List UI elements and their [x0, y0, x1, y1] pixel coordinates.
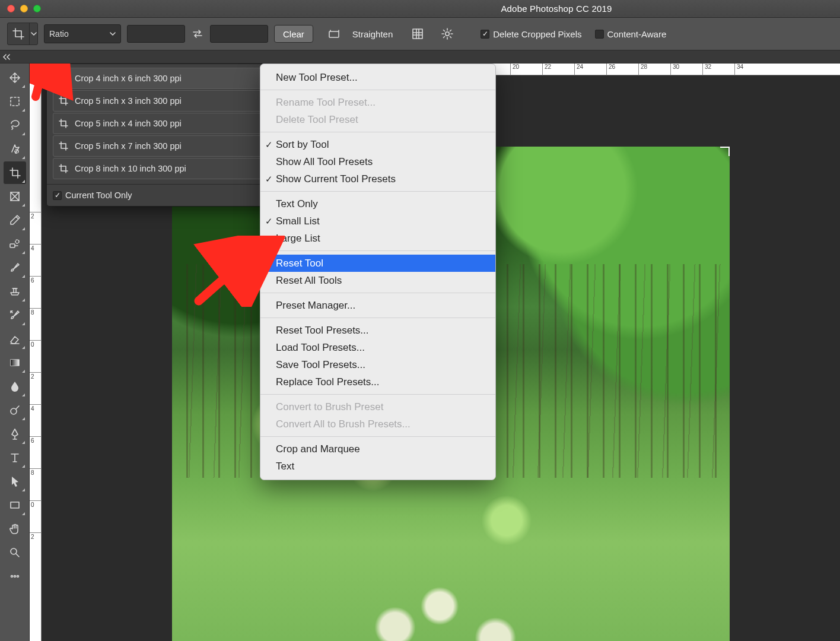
menu-item[interactable]: Text Only: [260, 195, 495, 212]
gradient-tool[interactable]: [4, 351, 26, 374]
ruler-origin[interactable]: [30, 64, 42, 75]
ruler-tick: 30: [670, 64, 679, 75]
ruler-tick: 32: [702, 64, 711, 75]
checkbox-icon: [53, 191, 62, 200]
checkbox-icon: [595, 30, 604, 39]
ruler-tick: 0: [30, 340, 41, 348]
crop-preset-item[interactable]: Crop 8 inch x 10 inch 300 ppi: [53, 158, 272, 179]
ruler-tick: 8: [30, 468, 41, 476]
menu-item[interactable]: Reset Tool: [260, 255, 495, 272]
overlay-options-icon[interactable]: [409, 26, 426, 42]
menu-item[interactable]: Small List: [260, 212, 495, 230]
content-aware-checkbox[interactable]: Content-Aware: [595, 29, 667, 39]
menu-item[interactable]: Sort by Tool: [260, 136, 495, 153]
dodge-tool[interactable]: [4, 399, 26, 421]
svg-point-2: [446, 32, 449, 36]
document-area[interactable]: 2022242628303234 24680246802 Crop 4 inch…: [30, 64, 840, 641]
hand-tool[interactable]: [4, 518, 26, 540]
menu-item[interactable]: Reset Tool Presets...: [260, 322, 495, 339]
menu-item[interactable]: Preset Manager...: [260, 297, 495, 314]
ruler-tick: 22: [542, 64, 551, 75]
ruler-vertical[interactable]: 24680246802: [30, 75, 42, 641]
window-titlebar: Adobe Photoshop CC 2019: [0, 0, 840, 18]
history-brush-tool[interactable]: [4, 304, 26, 326]
menu-item[interactable]: Save Tool Presets...: [260, 356, 495, 373]
straighten-icon[interactable]: [326, 26, 343, 42]
crop-aspect-mode-select[interactable]: Ratio: [44, 24, 121, 43]
eyedropper-tool[interactable]: [4, 209, 26, 231]
swap-dimensions-button[interactable]: [191, 27, 204, 40]
crop-handle-top-right[interactable]: [720, 147, 730, 156]
crop-preset-item[interactable]: Crop 5 inch x 4 inch 300 ppi: [53, 113, 272, 134]
eraser-tool[interactable]: [4, 328, 26, 350]
svg-rect-1: [413, 29, 422, 39]
delete-cropped-checkbox[interactable]: Delete Cropped Pixels: [481, 29, 581, 39]
crop-preset-item[interactable]: Crop 5 inch x 3 inch 300 ppi: [53, 90, 272, 112]
tool-preset-picker[interactable]: [7, 23, 38, 45]
menu-item[interactable]: Show Current Tool Presets: [260, 170, 495, 188]
close-window-button[interactable]: [7, 5, 15, 12]
menu-item[interactable]: Reset All Tools: [260, 272, 495, 289]
spot-healing-brush-tool[interactable]: [4, 233, 26, 255]
crop-settings-gear-icon[interactable]: [439, 26, 456, 42]
ruler-tick: 6: [30, 436, 41, 444]
ruler-tick: 28: [638, 64, 647, 75]
crop-width-input[interactable]: [127, 25, 185, 43]
maximize-window-button[interactable]: [33, 5, 41, 12]
tool-preset-panel: Crop 4 inch x 6 inch 300 ppiCrop 5 inch …: [46, 64, 279, 207]
minimize-window-button[interactable]: [20, 5, 28, 12]
menu-item[interactable]: Text: [260, 458, 495, 475]
crop-icon: [57, 162, 70, 175]
ruler-tick: 34: [734, 64, 743, 75]
type-tool[interactable]: [4, 446, 26, 469]
svg-rect-6: [10, 244, 15, 247]
pen-tool[interactable]: [4, 423, 26, 445]
ruler-tick: 6: [30, 276, 41, 284]
crop-preset-item[interactable]: Crop 5 inch x 7 inch 300 ppi: [53, 135, 272, 157]
ruler-tick: 4: [30, 404, 41, 412]
frame-tool[interactable]: [4, 185, 26, 208]
crop-height-input[interactable]: [210, 25, 268, 43]
menu-item: Convert to Brush Preset: [260, 398, 495, 415]
path-selection-tool[interactable]: [4, 470, 26, 493]
menu-item[interactable]: New Tool Preset...: [260, 69, 495, 86]
menu-item[interactable]: Load Tool Presets...: [260, 339, 495, 356]
zoom-tool[interactable]: [4, 541, 26, 564]
move-tool[interactable]: [4, 66, 26, 89]
checkbox-icon: [481, 30, 489, 39]
brush-tool[interactable]: [4, 256, 26, 279]
chevron-down-icon: [29, 23, 37, 45]
lasso-tool[interactable]: [4, 114, 26, 137]
menu-item[interactable]: Crop and Marquee: [260, 440, 495, 458]
edit-toolbar[interactable]: [4, 565, 26, 588]
rectangle-tool[interactable]: [4, 494, 26, 516]
straighten-label[interactable]: Straighten: [352, 29, 393, 39]
ruler-tick: 8: [30, 308, 41, 316]
chevron-down-icon: [110, 31, 116, 37]
crop-tool[interactable]: [4, 161, 26, 184]
collapse-chevrons-icon[interactable]: [1, 52, 12, 62]
quick-selection-tool[interactable]: [4, 138, 26, 160]
svg-rect-11: [11, 502, 19, 508]
crop-icon: [57, 117, 70, 130]
svg-rect-9: [11, 360, 19, 366]
blur-tool[interactable]: [4, 375, 26, 398]
ruler-tick: 2: [30, 212, 41, 220]
menu-item: Delete Tool Preset: [260, 111, 495, 128]
app-title: Adobe Photoshop CC 2019: [501, 4, 612, 14]
ruler-tick: 0: [30, 500, 41, 508]
clone-stamp-tool[interactable]: [4, 280, 26, 303]
crop-preset-item[interactable]: Crop 4 inch x 6 inch 300 ppi: [53, 68, 272, 89]
tool-preset-context-menu: New Tool Preset...Rename Tool Preset...D…: [260, 64, 496, 480]
menu-item[interactable]: Replace Tool Presets...: [260, 373, 495, 391]
crop-aspect-mode-value: Ratio: [49, 29, 69, 39]
menu-item: Rename Tool Preset...: [260, 94, 495, 111]
menu-item[interactable]: Large List: [260, 230, 495, 247]
menu-item[interactable]: Show All Tool Presets: [260, 153, 495, 170]
crop-icon: [57, 94, 70, 107]
crop-icon: [57, 139, 70, 153]
crop-tool-icon: [8, 23, 29, 45]
rectangular-marquee-tool[interactable]: [4, 90, 26, 113]
current-tool-only-label[interactable]: Current Tool Only: [65, 191, 132, 200]
clear-button[interactable]: Clear: [274, 25, 313, 43]
